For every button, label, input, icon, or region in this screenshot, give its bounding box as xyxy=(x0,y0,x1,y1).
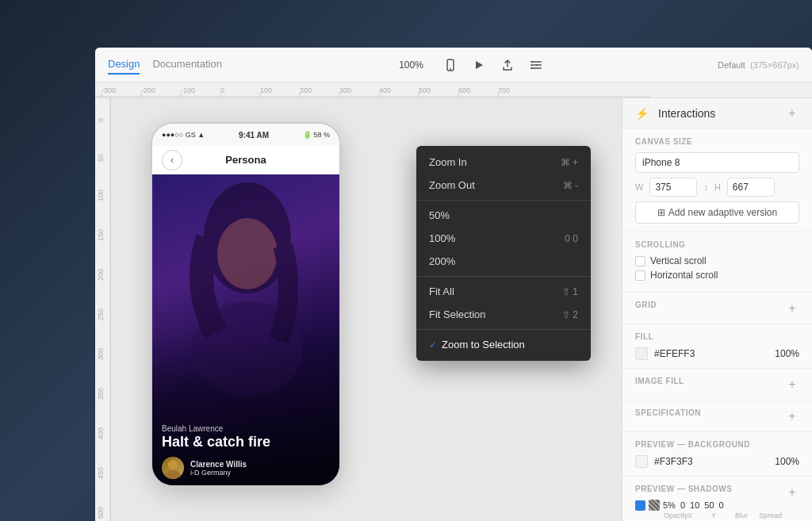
zoom-200-label: 200% xyxy=(429,255,455,267)
shadow-opacity-label: Opacity xyxy=(664,511,680,519)
fill-header-row: FILL xyxy=(635,332,799,347)
zoom-200-item[interactable]: 200% xyxy=(416,250,591,273)
zoom-50-item[interactable]: 50% xyxy=(416,204,591,227)
preview-bg-swatch[interactable] xyxy=(635,455,648,468)
svg-text:500: 500 xyxy=(419,86,431,94)
toolbar: Design Documentation 100% Defaul xyxy=(95,48,812,82)
phone-back-button[interactable]: ‹ xyxy=(162,150,182,170)
dropdown-divider-3 xyxy=(416,329,591,330)
toolbar-icons xyxy=(439,54,547,76)
grid-label: GRID xyxy=(635,301,657,309)
phone-person-name: Beulah Lawrence xyxy=(162,424,330,433)
svg-text:700: 700 xyxy=(498,86,510,94)
vertical-scroll-checkbox[interactable] xyxy=(635,256,645,266)
svg-text:100: 100 xyxy=(97,190,105,201)
interactions-title: Interactions xyxy=(658,107,715,120)
fill-opacity: 100% xyxy=(775,348,799,359)
default-label: Default xyxy=(718,60,745,70)
phone-avatar xyxy=(162,457,184,479)
tab-documentation[interactable]: Documentation xyxy=(152,55,221,75)
ruler-horizontal: -300 -200 -100 0 100 200 300 400 500 600… xyxy=(95,82,812,98)
add-adaptive-version-button[interactable]: ⊞ Add new adaptive version xyxy=(635,201,799,224)
interactions-add-button[interactable]: + xyxy=(785,106,799,121)
settings-icon[interactable] xyxy=(525,54,547,76)
svg-text:200: 200 xyxy=(300,86,312,94)
interactions-title-row: ⚡ Interactions xyxy=(635,107,715,120)
fill-hex-input[interactable] xyxy=(654,348,710,359)
shadow-values: 5% 0 10 50 0 xyxy=(663,500,724,510)
svg-text:400: 400 xyxy=(97,427,105,439)
phone-user-row: Clarence Willis i-D Germany xyxy=(162,457,330,479)
svg-text:-300: -300 xyxy=(102,86,116,94)
shadow-blur-label: Blur xyxy=(735,511,751,519)
fit-selection-item[interactable]: Fit Selection ⇧ 2 xyxy=(416,303,591,326)
svg-text:200: 200 xyxy=(97,269,105,281)
specification-section: SPECIFICATION + xyxy=(622,400,812,432)
fit-all-shortcut: ⇧ 1 xyxy=(562,286,578,297)
fill-label: FILL xyxy=(635,332,653,341)
shadow-spread-label: Spread xyxy=(759,511,775,519)
phone-frame: ●●●○○ GS ▲ 9:41 AM 🔋 58 % ‹ Persona xyxy=(151,122,341,487)
zoom-in-item[interactable]: Zoom In ⌘ + xyxy=(416,151,591,174)
canvas-dimensions-row: W ↕ H xyxy=(635,178,799,197)
play-icon[interactable] xyxy=(468,54,490,76)
svg-point-48 xyxy=(168,460,178,469)
height-label: H xyxy=(714,182,721,192)
scrolling-label: SCROLLING xyxy=(635,240,799,249)
image-fill-add-button[interactable]: + xyxy=(785,377,799,392)
canvas-size-badge: (375×667px) xyxy=(750,60,799,70)
zoom-100-item[interactable]: 100% 0 0 xyxy=(416,227,591,250)
phone-battery: 🔋 58 % xyxy=(303,131,330,139)
canvas-size-label: CANVAS SIZE xyxy=(635,137,799,146)
svg-marker-2 xyxy=(476,61,483,69)
phone-user-info: Clarence Willis i-D Germany xyxy=(190,460,247,477)
fill-row: 100% xyxy=(635,347,799,360)
phone-content: Beulah Lawrence Halt & catch fire Claren… xyxy=(152,174,339,487)
vertical-scroll-row: Vertical scroll xyxy=(635,255,799,266)
preview-bg-hex-input[interactable] xyxy=(654,456,710,467)
svg-text:100: 100 xyxy=(260,86,272,94)
toolbar-tabs: Design Documentation xyxy=(108,55,222,75)
svg-text:50: 50 xyxy=(97,154,105,162)
image-fill-header-row: IMAGE FILL + xyxy=(635,377,799,392)
tab-design[interactable]: Design xyxy=(108,55,140,75)
zoom-out-item[interactable]: Zoom Out ⌘ - xyxy=(416,174,591,197)
svg-text:-200: -200 xyxy=(141,86,155,94)
shadow-spread-val: 0 xyxy=(719,500,724,510)
canvas-area[interactable]: ●●●○○ GS ▲ 9:41 AM 🔋 58 % ‹ Persona xyxy=(111,98,622,521)
svg-text:600: 600 xyxy=(458,86,470,94)
fit-selection-label: Fit Selection xyxy=(429,308,486,320)
svg-rect-4 xyxy=(535,64,538,66)
scrolling-section: SCROLLING Vertical scroll Horizontal scr… xyxy=(622,232,812,293)
share-icon[interactable] xyxy=(496,54,519,76)
preview-shadows-add-button[interactable]: + xyxy=(785,485,799,500)
zoom-level-button[interactable]: 100% xyxy=(393,56,430,74)
fit-all-item[interactable]: Fit All ⇧ 1 xyxy=(416,280,591,303)
phone-user-name: Clarence Willis xyxy=(190,460,247,469)
right-panel: ⚡ Interactions + CANVAS SIZE iPhone 8 W … xyxy=(622,98,812,521)
zoom-to-selection-item[interactable]: ✓ Zoom to Selection xyxy=(416,333,591,356)
ruler-marks-svg: -300 -200 -100 0 100 200 300 400 500 600… xyxy=(95,82,650,98)
default-panel-header: Default (375×667px) xyxy=(718,60,799,70)
preview-bg-section: PREVIEW — BACKGROUND 100% xyxy=(622,432,812,477)
add-version-icon: ⊞ xyxy=(657,207,665,218)
specification-add-button[interactable]: + xyxy=(785,409,799,423)
horizontal-scroll-checkbox[interactable] xyxy=(635,270,645,281)
zoom-dropdown-menu: Zoom In ⌘ + Zoom Out ⌘ - 50% 100% 0 0 xyxy=(416,146,591,361)
dropdown-divider-1 xyxy=(416,200,591,201)
mobile-preview-icon[interactable] xyxy=(439,54,462,76)
svg-text:300: 300 xyxy=(339,86,351,94)
zoom-100-shortcut: 0 0 xyxy=(565,233,578,244)
zoom-out-shortcut: ⌘ - xyxy=(563,180,578,191)
phone-nav: ‹ Persona xyxy=(152,146,339,174)
shadow-enable-checkbox[interactable] xyxy=(635,500,645,511)
canvas-preset-select[interactable]: iPhone 8 xyxy=(635,152,799,173)
zoom-100-label: 100% xyxy=(429,232,455,244)
shadow-blur-val: 50 xyxy=(704,500,714,510)
width-input[interactable] xyxy=(649,178,697,197)
grid-add-button[interactable]: + xyxy=(785,301,799,316)
add-version-label: Add new adaptive version xyxy=(668,207,777,218)
fill-color-swatch[interactable] xyxy=(635,347,648,360)
height-input[interactable] xyxy=(727,178,775,197)
zoom-out-label: Zoom Out xyxy=(429,179,475,191)
